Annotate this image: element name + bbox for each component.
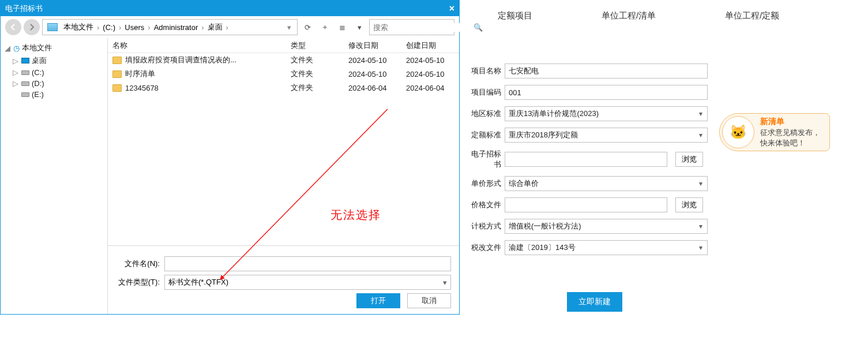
label-project-code: 项目编码 [468, 87, 501, 98]
drive-icon [47, 23, 58, 31]
file-list: 填报政府投资项目调查情况表的... 文件夹 2024-05-10 2024-05… [108, 53, 459, 245]
tab-row: 定额项目 单位工程/清单 单位工程/定额 [460, 0, 868, 32]
label-project-name: 项目名称 [468, 66, 501, 76]
input-project-code[interactable]: 001 [505, 85, 708, 100]
browse-price-button[interactable]: 浏览 [675, 197, 703, 212]
label-price-form: 单价形式 [468, 178, 501, 189]
filetype-value: 标书文件(*.QTFX) [168, 277, 228, 287]
new-folder-icon[interactable]: ＋ [317, 20, 332, 35]
filetype-label: 文件类型(T): [116, 277, 160, 287]
tree-item-desktop[interactable]: ▷ 桌面 [3, 54, 105, 67]
label-tax-doc: 税改文件 [468, 242, 501, 253]
tree-label: (D:) [32, 79, 44, 88]
browse-tender-button[interactable]: 浏览 [675, 152, 703, 167]
tree-twisty-icon[interactable]: ◢ [4, 44, 11, 53]
file-modified: 2024-05-10 [344, 70, 401, 79]
select-region-std[interactable]: 重庆13清单计价规范(2023) [505, 106, 708, 121]
breadcrumb[interactable]: 桌面 [205, 21, 225, 33]
col-header-modified[interactable]: 修改日期 [344, 40, 401, 51]
folder-icon [112, 57, 122, 64]
tab-quota-project[interactable]: 定额项目 [498, 10, 532, 21]
back-button[interactable] [5, 19, 21, 35]
promo-chip[interactable]: 🐱 新清单 征求意见稿发布， 快来体验吧！ [719, 113, 830, 151]
folder-tree: ◢ ◷ 本地文件 ▷ 桌面 ▷ (C:) ▷ (D:) [1, 38, 108, 314]
view-mode-dropdown-icon[interactable]: ▾ [352, 20, 367, 35]
file-type: 文件夹 [286, 83, 344, 93]
clock-icon: ◷ [13, 44, 20, 53]
promo-title: 新清单 [760, 117, 784, 126]
open-button[interactable]: 打开 [356, 293, 400, 308]
list-item[interactable]: 12345678 文件夹 2024-06-04 2024-06-04 [108, 81, 459, 95]
tree-root-local[interactable]: ◢ ◷ 本地文件 [3, 42, 105, 54]
tree-label: (C:) [32, 68, 44, 77]
cancel-button[interactable]: 取消 [407, 293, 451, 308]
promo-face-icon: 🐱 [722, 116, 754, 148]
select-quota-std[interactable]: 重庆市2018序列定额 [505, 128, 708, 143]
tree-label: (E:) [32, 90, 44, 99]
filename-input[interactable] [164, 256, 451, 271]
project-form: 项目名称 七安配电 项目编码 001 地区标准 重庆13清单计价规范(2023)… [460, 63, 868, 255]
search-input[interactable] [370, 23, 474, 32]
refresh-icon[interactable]: ⟳ [300, 20, 315, 35]
breadcrumb[interactable]: (C:) [100, 22, 118, 33]
filename-label: 文件名(N): [116, 259, 160, 269]
project-form-panel: 定额项目 单位工程/清单 单位工程/定额 项目名称 七安配电 项目编码 001 … [460, 0, 868, 340]
tree-item-drive-e[interactable]: (E:) [3, 89, 105, 100]
file-modified: 2024-06-04 [344, 84, 401, 92]
input-tender-file[interactable] [505, 152, 667, 167]
tree-item-drive-d[interactable]: ▷ (D:) [3, 78, 105, 89]
search-box[interactable]: 🔍 [369, 19, 454, 35]
file-created: 2024-06-04 [401, 84, 459, 92]
select-tax-doc[interactable]: 渝建〔2019〕143号 [505, 240, 708, 255]
promo-line2: 快来体验吧！ [760, 139, 805, 147]
promo-line1: 征求意见稿发布， [760, 128, 820, 137]
label-region-std: 地区标准 [468, 109, 501, 119]
tree-twisty-icon[interactable]: ▷ [12, 68, 19, 77]
filetype-select[interactable]: 标书文件(*.QTFX) ▾ [164, 275, 451, 290]
file-created: 2024-05-10 [401, 70, 459, 79]
file-created: 2024-05-10 [401, 56, 459, 65]
col-header-type[interactable]: 类型 [286, 40, 344, 51]
file-list-area: 名称 类型 修改日期 创建日期 填报政府投资项目调查情况表的... 文件夹 20… [108, 38, 459, 314]
tab-unit-list[interactable]: 单位工程/清单 [602, 10, 656, 21]
tab-unit-quota[interactable]: 单位工程/定额 [725, 10, 779, 21]
tree-label: 本地文件 [22, 43, 52, 53]
label-tax-method: 计税方式 [468, 221, 501, 231]
file-modified: 2024-05-10 [344, 56, 401, 65]
label-tender: 电子招标书 [468, 149, 501, 170]
view-mode-icon[interactable]: ≣ [335, 20, 350, 35]
dialog-bottom-panel: 文件名(N): 文件类型(T): 标书文件(*.QTFX) ▾ 打开 取消 [108, 245, 459, 314]
select-price-form[interactable]: 综合单价 [505, 176, 708, 191]
close-icon[interactable]: × [449, 1, 454, 16]
dialog-titlebar: 电子招标书 × [1, 1, 459, 16]
file-name: 12345678 [125, 84, 159, 92]
addressbar-dropdown-icon[interactable]: ▾ [284, 23, 295, 32]
input-project-name[interactable]: 七安配电 [505, 63, 708, 79]
file-name: 时序清单 [125, 69, 155, 79]
drive-icon [21, 70, 29, 75]
create-button[interactable]: 立即新建 [567, 292, 622, 312]
breadcrumb[interactable]: Administrator [152, 22, 201, 33]
address-bar[interactable]: 本地文件› (C:)› Users› Administrator› 桌面› ▾ [42, 19, 298, 35]
file-type: 文件夹 [286, 55, 344, 65]
tree-twisty-icon[interactable]: ▷ [12, 79, 19, 88]
input-price-file[interactable] [505, 197, 667, 212]
chevron-down-icon: ▾ [443, 278, 447, 287]
col-header-name[interactable]: 名称 [108, 40, 286, 51]
breadcrumb[interactable]: 本地文件 [61, 21, 96, 33]
drive-icon [21, 81, 29, 86]
tree-twisty-icon[interactable]: ▷ [12, 57, 19, 65]
monitor-icon [21, 58, 29, 63]
file-open-dialog: 电子招标书 × 本地文件› (C:)› Users› Administrator… [0, 0, 460, 315]
forward-button[interactable] [24, 19, 40, 35]
file-name: 填报政府投资项目调查情况表的... [125, 55, 236, 65]
list-item[interactable]: 填报政府投资项目调查情况表的... 文件夹 2024-05-10 2024-05… [108, 53, 459, 67]
breadcrumb[interactable]: Users [122, 22, 146, 33]
label-price-file: 价格文件 [468, 200, 501, 210]
label-quota-std: 定额标准 [468, 130, 501, 140]
dialog-toolbar: 本地文件› (C:)› Users› Administrator› 桌面› ▾ … [1, 16, 459, 38]
list-item[interactable]: 时序清单 文件夹 2024-05-10 2024-05-10 [108, 67, 459, 81]
col-header-created[interactable]: 创建日期 [401, 40, 459, 51]
tree-item-drive-c[interactable]: ▷ (C:) [3, 67, 105, 78]
select-tax-method[interactable]: 增值税(一般计税方法) [505, 219, 708, 234]
